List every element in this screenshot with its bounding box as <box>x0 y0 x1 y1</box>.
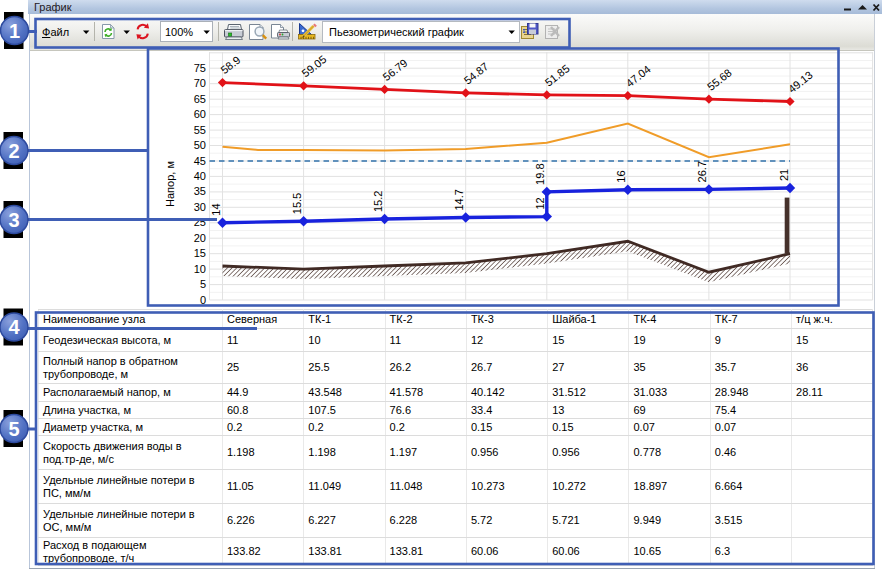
svg-text:50: 50 <box>194 139 206 151</box>
svg-text:19.8: 19.8 <box>534 163 546 184</box>
svg-text:30: 30 <box>194 201 206 213</box>
svg-text:1: 1 <box>9 20 20 42</box>
svg-text:0: 0 <box>200 294 206 306</box>
svg-text:5: 5 <box>8 418 19 440</box>
svg-text:14: 14 <box>210 203 222 215</box>
svg-text:40: 40 <box>194 170 206 182</box>
svg-text:15.2: 15.2 <box>372 191 384 212</box>
svg-text:3: 3 <box>8 209 19 231</box>
svg-text:58.9: 58.9 <box>218 54 242 77</box>
svg-text:2: 2 <box>8 140 19 162</box>
svg-text:26.7: 26.7 <box>696 161 708 182</box>
svg-text:65: 65 <box>194 93 206 105</box>
svg-text:5: 5 <box>200 278 206 290</box>
svg-text:14.7: 14.7 <box>453 189 465 210</box>
svg-text:55: 55 <box>194 124 206 136</box>
svg-text:4: 4 <box>8 316 20 338</box>
svg-text:12: 12 <box>534 197 546 209</box>
svg-text:10: 10 <box>194 263 206 275</box>
svg-text:70: 70 <box>194 77 206 89</box>
svg-text:60: 60 <box>194 108 206 120</box>
svg-text:15.5: 15.5 <box>291 193 303 214</box>
svg-text:35: 35 <box>194 185 206 197</box>
svg-text:21: 21 <box>778 169 790 181</box>
svg-text:20: 20 <box>194 232 206 244</box>
svg-text:Напор, м: Напор, м <box>164 161 176 207</box>
svg-text:15: 15 <box>194 247 206 259</box>
svg-text:75: 75 <box>194 62 206 74</box>
svg-text:16: 16 <box>615 170 627 182</box>
svg-text:45: 45 <box>194 155 206 167</box>
